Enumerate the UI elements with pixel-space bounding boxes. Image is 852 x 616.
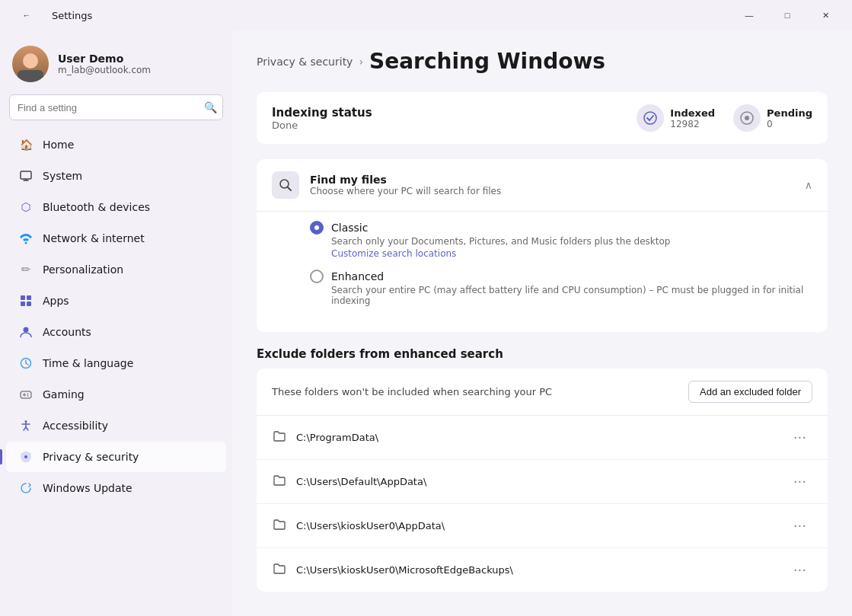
folder-row: C:\ProgramData\ ···	[257, 416, 828, 460]
apps-icon	[18, 293, 34, 308]
nav-home[interactable]: 🏠 Home	[6, 129, 226, 160]
customize-search-link[interactable]: Customize search locations	[331, 248, 812, 259]
folder-more-1[interactable]: ···	[787, 471, 812, 493]
svg-point-15	[27, 394, 29, 395]
search-input[interactable]	[9, 94, 223, 120]
folders-header: These folders won't be included when sea…	[257, 369, 828, 416]
indexed-label: Indexed	[670, 107, 715, 119]
radio-classic[interactable]: Classic Search only your Documents, Pict…	[310, 221, 812, 259]
pending-info: Pending 0	[767, 107, 812, 129]
nav-accessibility[interactable]: Accessibility	[6, 410, 226, 441]
search-icon: 🔍	[204, 101, 217, 113]
folder-path-1: C:\Users\Default\AppData\	[296, 476, 778, 487]
back-button[interactable]: ←	[9, 3, 44, 27]
stat-pending: Pending 0	[733, 104, 812, 132]
indexed-info: Indexed 12982	[670, 107, 715, 129]
nav-update[interactable]: Windows Update	[6, 473, 226, 503]
gaming-icon	[18, 387, 34, 402]
folders-card: These folders won't be included when sea…	[257, 369, 828, 592]
minimize-button[interactable]: —	[732, 3, 767, 27]
exclude-section-title: Exclude folders from enhanced search	[257, 347, 828, 361]
svg-point-23	[644, 112, 656, 124]
svg-rect-6	[21, 302, 25, 306]
maximize-button[interactable]: □	[770, 3, 805, 27]
radio-enhanced-circle[interactable]	[310, 270, 324, 283]
enhanced-label: Enhanced	[331, 270, 384, 282]
radio-enhanced[interactable]: Enhanced Search your entire PC (may affe…	[310, 270, 812, 306]
folder-row-1: C:\Users\Default\AppData\ ···	[257, 460, 828, 504]
privacy-icon	[18, 449, 34, 464]
titlebar-controls: — □ ✕	[732, 3, 843, 27]
section-header-left: Find my files Choose where your PC will …	[272, 171, 501, 199]
classic-desc: Search only your Documents, Pictures, an…	[331, 236, 812, 247]
breadcrumb-parent[interactable]: Privacy & security	[257, 56, 353, 68]
svg-point-17	[25, 420, 27, 423]
page-title: Searching Windows	[369, 49, 605, 74]
folder-more-0[interactable]: ···	[787, 426, 812, 448]
indexing-status: Done	[272, 120, 372, 131]
svg-line-21	[26, 427, 28, 430]
nav-personalization[interactable]: ✏️ Personalization	[6, 254, 226, 285]
folder-icon-1	[272, 473, 287, 491]
bluetooth-icon: ⬡	[18, 199, 34, 215]
folder-more-3[interactable]: ···	[787, 559, 812, 581]
svg-line-27	[288, 187, 291, 190]
radio-classic-row: Classic	[310, 221, 812, 235]
nav-home-label: Home	[43, 139, 74, 151]
radio-classic-circle[interactable]	[310, 221, 324, 235]
folder-path-2: C:\Users\kioskUser0\AppData\	[296, 520, 778, 531]
folder-row-2: C:\Users\kioskUser0\AppData\ ···	[257, 504, 828, 548]
svg-point-26	[280, 180, 289, 188]
svg-point-16	[27, 395, 29, 397]
folder-more-2[interactable]: ···	[787, 515, 812, 537]
nav-bluetooth-label: Bluetooth & devices	[43, 201, 150, 213]
folder-icon-3	[272, 561, 287, 579]
personalization-icon: ✏️	[18, 262, 34, 277]
breadcrumb: Privacy & security › Searching Windows	[257, 49, 828, 74]
nav-privacy-label: Privacy & security	[43, 451, 139, 463]
accessibility-icon	[18, 418, 34, 433]
svg-point-22	[24, 455, 27, 458]
section-header-text: Find my files Choose where your PC will …	[310, 174, 501, 196]
system-icon	[18, 168, 34, 184]
home-icon: 🏠	[18, 137, 34, 152]
stat-indexed: Indexed 12982	[637, 104, 715, 132]
svg-line-11	[26, 363, 28, 365]
nav-network[interactable]: Network & internet	[6, 223, 226, 254]
folder-icon-2	[272, 517, 287, 535]
nav-apps-label: Apps	[43, 295, 69, 307]
nav-bluetooth[interactable]: ⬡ Bluetooth & devices	[6, 192, 226, 222]
nav-system-label: System	[43, 170, 82, 182]
nav-privacy[interactable]: Privacy & security	[6, 442, 226, 472]
svg-rect-0	[21, 171, 31, 179]
close-button[interactable]: ✕	[808, 3, 843, 27]
nav-accessibility-label: Accessibility	[43, 420, 108, 432]
search-box: 🔍	[9, 94, 223, 120]
time-icon	[18, 356, 34, 371]
user-info: User Demo m_lab@outlook.com	[58, 53, 220, 75]
find-files-body: Classic Search only your Documents, Pict…	[257, 211, 828, 332]
find-files-icon	[272, 171, 299, 199]
nav-system[interactable]: System	[6, 161, 226, 191]
svg-point-8	[24, 327, 29, 333]
user-email: m_lab@outlook.com	[58, 65, 220, 75]
user-section[interactable]: User Demo m_lab@outlook.com	[0, 37, 232, 94]
pending-label: Pending	[767, 107, 812, 119]
nav-update-label: Windows Update	[43, 482, 132, 494]
find-my-files-card: Find my files Choose where your PC will …	[257, 159, 828, 332]
nav-network-label: Network & internet	[43, 232, 145, 244]
content-area: Privacy & security › Searching Windows I…	[232, 30, 852, 616]
nav-apps[interactable]: Apps	[6, 286, 226, 316]
svg-rect-7	[27, 302, 31, 306]
indexing-info: Indexing status Done	[272, 106, 372, 131]
add-folder-button[interactable]: Add an excluded folder	[688, 381, 812, 403]
nav-gaming[interactable]: Gaming	[6, 379, 226, 410]
classic-label: Classic	[331, 222, 368, 234]
nav-time[interactable]: Time & language	[6, 348, 226, 378]
nav-time-label: Time & language	[43, 357, 133, 369]
nav-personalization-label: Personalization	[43, 263, 123, 276]
folders-header-text: These folders won't be included when sea…	[272, 386, 552, 397]
nav-accounts[interactable]: Accounts	[6, 317, 226, 347]
find-my-files-header[interactable]: Find my files Choose where your PC will …	[257, 159, 828, 211]
find-files-desc: Choose where your PC will search for fil…	[310, 186, 501, 196]
